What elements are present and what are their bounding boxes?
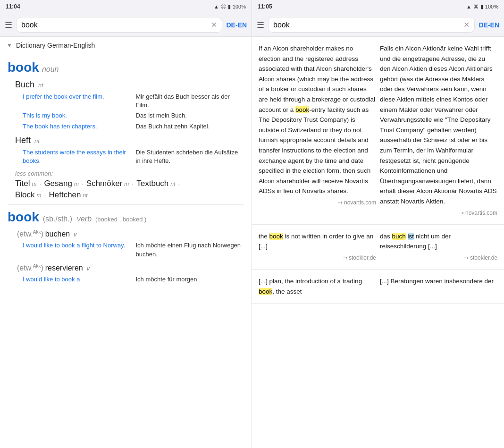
highlight-book3: book: [259, 288, 272, 295]
example-row: I prefer the book over the film. Mir gef…: [23, 93, 244, 110]
text-content: If an Alcon shareholder makes no electio…: [259, 45, 375, 194]
less-common-grid: Titel m · Gesang m · Schmöker m · Textbu…: [15, 179, 244, 201]
text-block-plan: [...] plan, the introduction of a tradin…: [252, 270, 504, 304]
source-text[interactable]: novartis.com: [465, 209, 497, 218]
translation-buch: Buch nt I prefer the book over the film.…: [15, 80, 244, 131]
verb-headword: book: [8, 210, 39, 224]
example-de: Das Buch hat zehn Kapitel.: [136, 122, 244, 131]
example-row: This is my book. Das ist mein Buch.: [23, 111, 244, 120]
text-content-de: Falls ein Alcon Aktionär keine Wahl trif…: [380, 45, 497, 205]
text-content-de3: [...] Beratungen waren insbesondere der: [380, 278, 494, 285]
dict-header-title: Dictionary German-English: [16, 42, 95, 49]
left-time: 11:04: [6, 3, 20, 10]
highlight-book: book: [295, 106, 309, 113]
less-common-label: less common:: [15, 170, 244, 177]
verb-pos: verb: [77, 215, 92, 223]
heft-gender: nt: [34, 137, 40, 144]
example-row: The students wrote the essays in their b…: [23, 148, 244, 165]
lc-titel: Titel: [15, 179, 30, 188]
source-link-icon: ⇢: [459, 209, 464, 218]
battery-icon: ▮: [480, 4, 483, 10]
lc-row: Titel m · Gesang m ·: [15, 179, 86, 188]
battery-percent: 100%: [485, 4, 498, 9]
verb-reservieren-group: (etw.Akk) reservieren v I would like to …: [15, 263, 244, 284]
buchen-examples: I would like to book a flight to Norway.…: [23, 241, 244, 258]
example-row: I would like to book a Ich möchte für mo…: [23, 275, 244, 284]
right-search-bar: ☰ ✕ DE-EN: [252, 13, 504, 37]
buch-examples: I prefer the book over the film. Mir gef…: [23, 93, 244, 131]
verb-buchen-group: (etw.Akk) buchen v I would like to book …: [15, 229, 244, 259]
example-en[interactable]: This is my book.: [23, 111, 131, 120]
example-en[interactable]: The students wrote the essays in their b…: [23, 148, 131, 165]
left-panel: 11:04 ▲ ⌘ ▮ 100% ☰ ✕ DE-EN ▼ Dictionary …: [0, 0, 252, 448]
reservieren-main: reservieren: [45, 264, 83, 272]
highlight-ist: ist: [408, 233, 414, 240]
source-text[interactable]: novartis.com: [344, 198, 376, 207]
right-clear-button[interactable]: ✕: [463, 20, 470, 29]
example-en[interactable]: I would like to book a flight to Norway.: [23, 241, 131, 258]
lc-row: Block m · Heftchen nt: [15, 190, 88, 200]
noun-pos: noun: [42, 65, 59, 73]
text-content: the book is not written in order to give…: [259, 233, 373, 250]
lc-textbuch: Textbuch: [136, 179, 168, 188]
left-lang-toggle[interactable]: DE-EN: [226, 21, 247, 29]
right-source-novartis: ⇢ novartis.com: [380, 209, 497, 218]
left-search-input[interactable]: [21, 21, 208, 29]
example-de: Ich möchte einen Flug nach Norwegen buch…: [136, 241, 244, 258]
left-clear-button[interactable]: ✕: [211, 20, 217, 29]
source-link-icon: ⇢: [338, 198, 343, 207]
verb-forms: (booked , booked ): [95, 216, 146, 223]
right-search-input[interactable]: [273, 21, 461, 29]
buch-main: Buch: [15, 80, 34, 89]
lc-textbuch-gender: nt: [170, 181, 175, 187]
lc-schmoker-gender: m: [124, 181, 129, 187]
example-row: I would like to book a flight to Norway.…: [23, 241, 244, 258]
example-en[interactable]: I prefer the book over the film.: [23, 93, 131, 110]
lc-block: Block: [15, 190, 35, 200]
buchen-main: buchen: [45, 230, 70, 238]
lc-titel-gender: m: [32, 181, 37, 187]
source-text[interactable]: stoekler.de: [349, 254, 376, 262]
battery-percent: 100%: [233, 4, 246, 9]
right-menu-icon[interactable]: ☰: [257, 20, 264, 30]
example-en[interactable]: The book has ten chapters.: [23, 122, 131, 131]
dict-header: ▼ Dictionary German-English: [0, 37, 252, 54]
buchen-pos: v: [74, 231, 77, 238]
source-text[interactable]: stoekler.de: [470, 254, 497, 262]
example-en[interactable]: I would like to book a: [23, 275, 131, 284]
verb-entry-block: book (sb./sth.) verb (booked , booked ): [8, 210, 244, 225]
lc-schmoker: Schmöker: [86, 179, 123, 188]
left-menu-icon[interactable]: ☰: [5, 20, 12, 30]
example-row: The book has ten chapters. Das Buch hat …: [23, 122, 244, 131]
translation-heft: Heft nt The students wrote the essays in…: [15, 135, 244, 165]
signal-icon: ▲: [466, 4, 471, 9]
divider: [8, 204, 244, 205]
etw-label2: (etw.Akk): [17, 264, 43, 272]
left-source-novartis: ⇢ novartis.com: [259, 198, 376, 207]
lc-gesang: Gesang: [44, 179, 72, 188]
example-de: Das ist mein Buch.: [136, 111, 244, 120]
right-status-bar: 11:05 ▲ ⌘ ▮ 100%: [252, 0, 504, 13]
source-link-icon: ⇢: [343, 254, 347, 262]
highlight-book2: book: [269, 233, 283, 240]
highlight-buch: buch: [392, 233, 406, 240]
stoekler-left: the book is not written in order to give…: [259, 231, 376, 262]
wifi-icon: ⌘: [221, 4, 226, 10]
lc-gesang-gender: m: [74, 181, 79, 187]
right-search-wrap: ✕: [268, 17, 475, 33]
plan-right: [...] Beratungen waren insbesondere der: [380, 276, 497, 296]
stoekler-source-left: ⇢ stoekler.de: [259, 254, 376, 262]
reservieren-examples: I would like to book a Ich möchte für mo…: [23, 275, 244, 284]
right-lang-toggle[interactable]: DE-EN: [479, 21, 499, 29]
left-search-bar: ☰ ✕ DE-EN: [0, 13, 252, 37]
right-panel: 11:05 ▲ ⌘ ▮ 100% ☰ ✕ DE-EN If an Alcon s…: [252, 0, 504, 448]
text-block-novartis: If an Alcon shareholder makes no electio…: [252, 37, 504, 225]
dict-collapse-arrow[interactable]: ▼: [7, 42, 12, 49]
text-block-left: If an Alcon shareholder makes no electio…: [259, 43, 376, 218]
text-content: [...] plan, the introduction of a tradin…: [259, 278, 362, 295]
signal-icon: ▲: [214, 4, 219, 9]
plan-left: [...] plan, the introduction of a tradin…: [259, 276, 376, 296]
left-status-bar: 11:04 ▲ ⌘ ▮ 100%: [0, 0, 252, 13]
stoekler-source-right: ⇢ stoekler.de: [380, 254, 497, 262]
buch-gender: nt: [38, 82, 43, 89]
